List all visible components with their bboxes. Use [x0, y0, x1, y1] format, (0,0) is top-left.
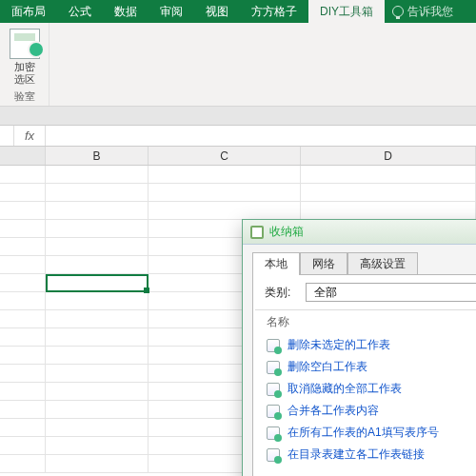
list-item[interactable]: 在所有工作表的A1填写表序号: [255, 422, 476, 444]
category-select[interactable]: 全部: [306, 283, 476, 302]
ribbon-btn-line2: 选区: [14, 73, 35, 86]
tab-data[interactable]: 数据: [103, 0, 149, 23]
list-item-label: 删除未选定的工作表: [288, 337, 390, 353]
dialog-title: 收纳箱: [269, 224, 304, 240]
storage-icon: [250, 226, 264, 239]
dialog-tab-local[interactable]: 本地: [252, 252, 300, 275]
tab-review[interactable]: 审阅: [149, 0, 194, 23]
col-header-b[interactable]: B: [46, 147, 149, 165]
list-item-label: 删除空白工作表: [288, 359, 367, 375]
tab-diy-toolbox[interactable]: DIY工具箱: [308, 0, 385, 23]
tab-formulas[interactable]: 公式: [57, 0, 103, 23]
script-icon: [267, 339, 280, 352]
ribbon-group-footer: 验室: [14, 89, 35, 106]
dialog-tab-network[interactable]: 网络: [300, 252, 347, 275]
formula-input[interactable]: [46, 126, 476, 146]
list-item-label: 合并各工作表内容: [288, 403, 379, 419]
dialog-panel: 类别: 全部 名称 删除未选定的工作表 删除空白工作表 取消隐藏的全部工作表 合…: [252, 274, 476, 476]
tell-me-label: 告诉我您: [407, 4, 453, 20]
list-item[interactable]: 删除未选定的工作表: [255, 334, 476, 356]
list-item[interactable]: 在目录表建立各工作表链接: [255, 444, 476, 466]
tab-page-layout[interactable]: 面布局: [0, 0, 57, 23]
col-header-d[interactable]: D: [301, 147, 476, 165]
script-icon: [267, 448, 280, 462]
storage-dialog: 收纳箱 本地 网络 高级设置 类别: 全部 名称 删除未选定的工作表 删除空白工…: [242, 219, 476, 476]
script-icon: [267, 426, 280, 440]
ribbon-group-encrypt[interactable]: 加密 选区 验室: [0, 23, 50, 106]
dialog-titlebar[interactable]: 收纳箱: [243, 220, 476, 245]
list-item-label: 在所有工作表的A1填写表序号: [288, 425, 439, 441]
encrypt-selection-icon: [10, 29, 40, 59]
select-all-corner[interactable]: [0, 147, 46, 165]
formula-bar: fx: [0, 126, 476, 147]
ribbon-body: 加密 选区 验室: [0, 23, 476, 107]
fx-label[interactable]: fx: [13, 126, 46, 146]
item-list: 名称 删除未选定的工作表 删除空白工作表 取消隐藏的全部工作表 合并各工作表内容…: [255, 309, 476, 466]
column-headers[interactable]: B C D: [0, 147, 476, 166]
list-item[interactable]: 合并各工作表内容: [255, 400, 476, 422]
list-item[interactable]: 删除空白工作表: [255, 356, 476, 378]
list-item[interactable]: 取消隐藏的全部工作表: [255, 378, 476, 400]
dialog-tab-advanced[interactable]: 高级设置: [347, 252, 418, 275]
list-item-label: 取消隐藏的全部工作表: [288, 381, 402, 397]
script-icon: [267, 361, 280, 374]
ribbon-btn-line1: 加密: [14, 61, 35, 73]
script-icon: [267, 405, 280, 418]
ribbon-tabstrip: 面布局 公式 数据 审阅 视图 方方格子 DIY工具箱 告诉我您: [0, 0, 476, 23]
list-header-name: 名称: [255, 310, 476, 334]
script-icon: [267, 383, 280, 396]
dialog-tabs: 本地 网络 高级设置: [243, 245, 476, 275]
bulb-icon: [392, 6, 404, 17]
col-header-c[interactable]: C: [149, 147, 301, 165]
tell-me[interactable]: 告诉我您: [385, 0, 461, 23]
sheet-top-row: [0, 107, 476, 126]
tab-ffgz[interactable]: 方方格子: [240, 0, 308, 23]
category-label: 类别:: [265, 285, 290, 301]
tab-view[interactable]: 视图: [194, 0, 240, 23]
list-item-label: 在目录表建立各工作表链接: [288, 446, 425, 463]
